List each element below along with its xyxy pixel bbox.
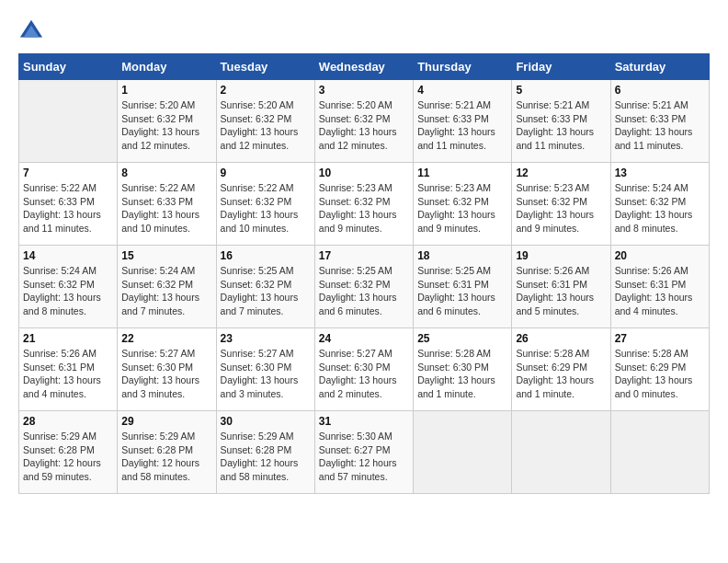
calendar-cell: 26Sunrise: 5:28 AM Sunset: 6:29 PM Dayli… [512, 328, 610, 411]
calendar-cell: 4Sunrise: 5:21 AM Sunset: 6:33 PM Daylig… [414, 80, 512, 163]
day-number: 11 [417, 167, 507, 179]
calendar-cell: 7Sunrise: 5:22 AM Sunset: 6:33 PM Daylig… [19, 163, 118, 246]
calendar-cell: 12Sunrise: 5:23 AM Sunset: 6:32 PM Dayli… [512, 163, 610, 246]
calendar-cell: 19Sunrise: 5:26 AM Sunset: 6:31 PM Dayli… [512, 246, 610, 328]
day-info: Sunrise: 5:29 AM Sunset: 6:28 PM Dayligh… [221, 430, 311, 484]
calendar-cell: 31Sunrise: 5:30 AM Sunset: 6:27 PM Dayli… [314, 411, 413, 494]
day-number: 31 [319, 415, 409, 428]
calendar-cell [19, 80, 118, 163]
day-info: Sunrise: 5:24 AM Sunset: 6:32 PM Dayligh… [23, 264, 113, 318]
day-number: 10 [319, 167, 409, 179]
day-info: Sunrise: 5:26 AM Sunset: 6:31 PM Dayligh… [23, 347, 113, 401]
day-number: 4 [417, 84, 507, 97]
calendar-cell [414, 411, 512, 494]
day-number: 9 [221, 167, 311, 179]
day-info: Sunrise: 5:26 AM Sunset: 6:31 PM Dayligh… [516, 264, 606, 318]
calendar-cell: 30Sunrise: 5:29 AM Sunset: 6:28 PM Dayli… [216, 411, 314, 494]
calendar-cell: 22Sunrise: 5:27 AM Sunset: 6:30 PM Dayli… [118, 328, 216, 411]
calendar-table: SundayMondayTuesdayWednesdayThursdayFrid… [18, 53, 710, 494]
calendar-cell: 13Sunrise: 5:24 AM Sunset: 6:32 PM Dayli… [610, 163, 709, 246]
calendar-cell [610, 411, 709, 494]
header-day-tuesday: Tuesday [216, 54, 314, 80]
day-info: Sunrise: 5:25 AM Sunset: 6:32 PM Dayligh… [221, 264, 311, 318]
calendar-cell: 15Sunrise: 5:24 AM Sunset: 6:32 PM Dayli… [118, 246, 216, 328]
day-info: Sunrise: 5:23 AM Sunset: 6:32 PM Dayligh… [516, 181, 606, 236]
header-day-thursday: Thursday [414, 54, 512, 80]
calendar-cell: 25Sunrise: 5:28 AM Sunset: 6:30 PM Dayli… [414, 328, 512, 411]
calendar-cell: 14Sunrise: 5:24 AM Sunset: 6:32 PM Dayli… [19, 246, 118, 328]
calendar-cell: 23Sunrise: 5:27 AM Sunset: 6:30 PM Dayli… [216, 328, 314, 411]
day-number: 23 [221, 332, 311, 345]
day-info: Sunrise: 5:22 AM Sunset: 6:33 PM Dayligh… [23, 181, 113, 236]
day-number: 7 [23, 167, 113, 179]
day-number: 6 [615, 84, 705, 97]
calendar-cell: 24Sunrise: 5:27 AM Sunset: 6:30 PM Dayli… [314, 328, 413, 411]
calendar-week-row: 7Sunrise: 5:22 AM Sunset: 6:33 PM Daylig… [19, 163, 710, 246]
header-day-saturday: Saturday [610, 54, 709, 80]
calendar-week-row: 14Sunrise: 5:24 AM Sunset: 6:32 PM Dayli… [19, 246, 710, 328]
day-info: Sunrise: 5:27 AM Sunset: 6:30 PM Dayligh… [121, 347, 211, 401]
day-info: Sunrise: 5:20 AM Sunset: 6:32 PM Dayligh… [319, 98, 409, 153]
calendar-cell [512, 411, 610, 494]
day-number: 20 [615, 249, 705, 262]
calendar-cell: 2Sunrise: 5:20 AM Sunset: 6:32 PM Daylig… [216, 80, 314, 163]
calendar-cell: 29Sunrise: 5:29 AM Sunset: 6:28 PM Dayli… [118, 411, 216, 494]
day-number: 13 [615, 167, 705, 179]
day-number: 14 [23, 249, 113, 262]
day-info: Sunrise: 5:30 AM Sunset: 6:27 PM Dayligh… [319, 430, 409, 484]
day-info: Sunrise: 5:26 AM Sunset: 6:31 PM Dayligh… [615, 264, 705, 318]
day-number: 27 [615, 332, 705, 345]
day-number: 29 [121, 415, 211, 428]
header-day-sunday: Sunday [19, 54, 118, 80]
calendar-cell: 3Sunrise: 5:20 AM Sunset: 6:32 PM Daylig… [314, 80, 413, 163]
logo [18, 18, 48, 44]
day-info: Sunrise: 5:20 AM Sunset: 6:32 PM Dayligh… [221, 98, 311, 153]
day-info: Sunrise: 5:29 AM Sunset: 6:28 PM Dayligh… [23, 430, 113, 484]
calendar-cell: 10Sunrise: 5:23 AM Sunset: 6:32 PM Dayli… [314, 163, 413, 246]
calendar-cell: 9Sunrise: 5:22 AM Sunset: 6:32 PM Daylig… [216, 163, 314, 246]
calendar-cell: 27Sunrise: 5:28 AM Sunset: 6:29 PM Dayli… [610, 328, 709, 411]
day-number: 3 [319, 84, 409, 97]
page-header [18, 18, 710, 44]
day-number: 17 [319, 249, 409, 262]
calendar-cell: 21Sunrise: 5:26 AM Sunset: 6:31 PM Dayli… [19, 328, 118, 411]
logo-icon [18, 18, 44, 44]
day-number: 5 [516, 84, 606, 97]
calendar-cell: 5Sunrise: 5:21 AM Sunset: 6:33 PM Daylig… [512, 80, 610, 163]
day-info: Sunrise: 5:23 AM Sunset: 6:32 PM Dayligh… [319, 181, 409, 236]
calendar-cell: 8Sunrise: 5:22 AM Sunset: 6:33 PM Daylig… [118, 163, 216, 246]
day-number: 26 [516, 332, 606, 345]
day-number: 30 [221, 415, 311, 428]
calendar-cell: 16Sunrise: 5:25 AM Sunset: 6:32 PM Dayli… [216, 246, 314, 328]
day-info: Sunrise: 5:21 AM Sunset: 6:33 PM Dayligh… [516, 98, 606, 153]
header-day-monday: Monday [118, 54, 216, 80]
day-number: 18 [417, 249, 507, 262]
day-info: Sunrise: 5:21 AM Sunset: 6:33 PM Dayligh… [417, 98, 507, 153]
calendar-cell: 11Sunrise: 5:23 AM Sunset: 6:32 PM Dayli… [414, 163, 512, 246]
day-number: 1 [121, 84, 211, 97]
calendar-cell: 18Sunrise: 5:25 AM Sunset: 6:31 PM Dayli… [414, 246, 512, 328]
day-info: Sunrise: 5:27 AM Sunset: 6:30 PM Dayligh… [221, 347, 311, 401]
day-info: Sunrise: 5:20 AM Sunset: 6:32 PM Dayligh… [121, 98, 211, 153]
day-info: Sunrise: 5:22 AM Sunset: 6:32 PM Dayligh… [221, 181, 311, 236]
calendar-week-row: 1Sunrise: 5:20 AM Sunset: 6:32 PM Daylig… [19, 80, 710, 163]
day-number: 19 [516, 249, 606, 262]
calendar-cell: 17Sunrise: 5:25 AM Sunset: 6:32 PM Dayli… [314, 246, 413, 328]
day-info: Sunrise: 5:23 AM Sunset: 6:32 PM Dayligh… [417, 181, 507, 236]
day-number: 12 [516, 167, 606, 179]
day-number: 16 [221, 249, 311, 262]
day-info: Sunrise: 5:21 AM Sunset: 6:33 PM Dayligh… [615, 98, 705, 153]
calendar-week-row: 21Sunrise: 5:26 AM Sunset: 6:31 PM Dayli… [19, 328, 710, 411]
day-info: Sunrise: 5:22 AM Sunset: 6:33 PM Dayligh… [121, 181, 211, 236]
calendar-header-row: SundayMondayTuesdayWednesdayThursdayFrid… [19, 54, 710, 80]
day-info: Sunrise: 5:29 AM Sunset: 6:28 PM Dayligh… [121, 430, 211, 484]
day-number: 28 [23, 415, 113, 428]
day-info: Sunrise: 5:24 AM Sunset: 6:32 PM Dayligh… [615, 181, 705, 236]
day-number: 24 [319, 332, 409, 345]
day-number: 15 [121, 249, 211, 262]
calendar-cell: 28Sunrise: 5:29 AM Sunset: 6:28 PM Dayli… [19, 411, 118, 494]
day-number: 2 [221, 84, 311, 97]
header-day-wednesday: Wednesday [314, 54, 413, 80]
day-number: 21 [23, 332, 113, 345]
calendar-week-row: 28Sunrise: 5:29 AM Sunset: 6:28 PM Dayli… [19, 411, 710, 494]
